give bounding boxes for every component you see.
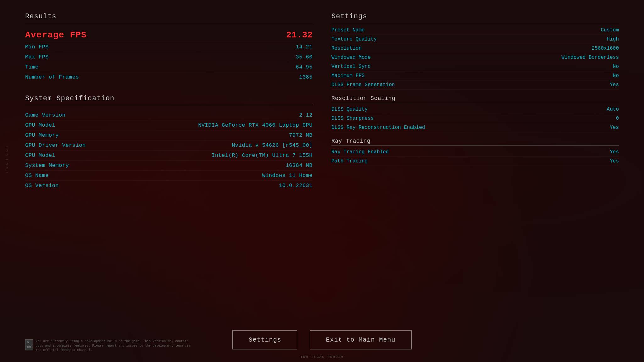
number-of-frames-value: 1385 (299, 74, 313, 80)
left-panel: Results Average FPS 21.32 Min FPS 14.21 … (25, 13, 313, 315)
ray-tracing-title: Ray Tracing (331, 138, 619, 146)
system-spec-title: System Specification (25, 95, 313, 105)
texture-quality-label: Texture Quality (331, 36, 377, 42)
cpu-model-label: CPU Model (25, 152, 55, 158)
footer: V85 You are currently using a developmen… (25, 339, 619, 353)
gpu-memory-value: 7972 MB (289, 132, 313, 138)
dlss-ray-reconstruction-value: Yes (610, 125, 619, 130)
windowed-mode-value: Windowed Borderless (562, 55, 619, 60)
vertical-sync-row: Vertical Sync No (331, 62, 619, 71)
time-row: Time 64.95 (25, 62, 313, 72)
preset-name-row: Preset Name Custom (331, 26, 619, 35)
time-value: 64.95 (296, 64, 313, 70)
system-spec-section: System Specification Game Version 2.12 G… (25, 95, 313, 190)
min-fps-label: Min FPS (25, 44, 49, 50)
dlss-sharpness-label: DLSS Sharpness (331, 116, 374, 121)
os-name-label: OS Name (25, 173, 49, 178)
dlss-ray-reconstruction-label: DLSS Ray Reconstruction Enabled (331, 125, 425, 130)
gpu-driver-row: GPU Driver Version Nvidia v 54626 [r545_… (25, 140, 313, 151)
os-version-label: OS Version (25, 183, 59, 189)
maximum-fps-row: Maximum FPS No (331, 71, 619, 80)
results-title: Results (25, 13, 313, 23)
maximum-fps-label: Maximum FPS (331, 73, 365, 79)
gpu-model-value: NVIDIA GeForce RTX 4060 Laptop GPU (198, 122, 313, 128)
vertical-sync-label: Vertical Sync (331, 64, 371, 69)
resolution-scaling-title: Resolution Scaling (331, 95, 619, 103)
dlss-quality-value: Auto (607, 107, 619, 112)
system-memory-value: 16384 MB (286, 162, 313, 168)
time-label: Time (25, 64, 39, 70)
ray-tracing-enabled-row: Ray Tracing Enabled Yes (331, 148, 619, 157)
os-version-row: OS Version 10.0.22631 (25, 181, 313, 190)
os-name-row: OS Name Windows 11 Home (25, 171, 313, 181)
path-tracing-row: Path Tracing Yes (331, 157, 619, 166)
preset-name-value: Custom (601, 27, 619, 33)
gpu-driver-value: Nvidia v 54626 [r545_00] (232, 142, 313, 148)
dlss-sharpness-row: DLSS Sharpness 0 (331, 114, 619, 123)
min-fps-value: 14.21 (296, 44, 313, 50)
number-of-frames-row: Number of Frames 1385 (25, 72, 313, 82)
path-tracing-value: Yes (610, 158, 619, 164)
dlss-quality-label: DLSS Quality (331, 107, 368, 112)
dlss-frame-gen-value: Yes (610, 82, 619, 88)
number-of-frames-label: Number of Frames (25, 74, 79, 80)
side-markers: — 2 2 — 2 2 — (6, 145, 8, 174)
right-panel: Settings Preset Name Custom Texture Qual… (331, 13, 619, 315)
max-fps-row: Max FPS 35.60 (25, 52, 313, 62)
vertical-sync-value: No (613, 64, 619, 69)
average-fps-value: 21.32 (286, 30, 313, 40)
system-memory-label: System Memory (25, 162, 69, 168)
system-memory-row: System Memory 16384 MB (25, 161, 313, 171)
main-container: Results Average FPS 21.32 Min FPS 14.21 … (0, 0, 644, 362)
maximum-fps-value: No (613, 73, 619, 79)
max-fps-value: 35.60 (296, 54, 313, 60)
dlss-ray-reconstruction-row: DLSS Ray Reconstruction Enabled Yes (331, 123, 619, 132)
dlss-frame-gen-row: DLSS Frame Generation Yes (331, 80, 619, 90)
texture-quality-value: High (607, 36, 619, 42)
resolution-label: Resolution (331, 46, 362, 51)
results-section: Results Average FPS 21.32 Min FPS 14.21 … (25, 13, 313, 82)
ray-tracing-enabled-value: Yes (610, 149, 619, 155)
preset-name-label: Preset Name (331, 27, 365, 33)
average-fps-label: Average FPS (25, 30, 87, 40)
game-version-value: 2.12 (299, 112, 313, 118)
windowed-mode-label: Windowed Mode (331, 55, 371, 60)
path-tracing-label: Path Tracing (331, 158, 368, 164)
gpu-memory-label: GPU Memory (25, 132, 59, 138)
footer-disclaimer: You are currently using a development bu… (36, 339, 193, 353)
max-fps-label: Max FPS (25, 54, 49, 60)
average-fps-row: Average FPS 21.32 (25, 28, 313, 42)
windowed-mode-row: Windowed Mode Windowed Borderless (331, 53, 619, 62)
cpu-model-value: Intel(R) Core(TM) Ultra 7 155H (212, 152, 313, 158)
version-badge: V85 (25, 339, 33, 350)
cpu-model-row: CPU Model Intel(R) Core(TM) Ultra 7 155H (25, 151, 313, 161)
game-version-label: Game Version (25, 112, 65, 118)
gpu-memory-row: GPU Memory 7972 MB (25, 130, 313, 140)
settings-title: Settings (331, 13, 619, 23)
resolution-value: 2560x1600 (592, 46, 619, 51)
footer-center-tag: TRN_TLCAS_R08039 (300, 355, 344, 359)
ray-tracing-enabled-label: Ray Tracing Enabled (331, 149, 389, 155)
dlss-frame-gen-label: DLSS Frame Generation (331, 82, 395, 88)
texture-quality-row: Texture Quality High (331, 35, 619, 44)
gpu-model-row: GPU Model NVIDIA GeForce RTX 4060 Laptop… (25, 120, 313, 130)
os-name-value: Windows 11 Home (262, 173, 313, 178)
game-version-row: Game Version 2.12 (25, 110, 313, 120)
dlss-sharpness-value: 0 (616, 116, 619, 121)
gpu-model-label: GPU Model (25, 122, 55, 128)
min-fps-row: Min FPS 14.21 (25, 42, 313, 52)
footer-version-area: V85 You are currently using a developmen… (25, 339, 619, 353)
content-row: Results Average FPS 21.32 Min FPS 14.21 … (25, 13, 619, 315)
os-version-value: 10.0.22631 (279, 183, 313, 189)
resolution-row: Resolution 2560x1600 (331, 44, 619, 53)
dlss-quality-row: DLSS Quality Auto (331, 105, 619, 114)
gpu-driver-label: GPU Driver Version (25, 142, 86, 148)
